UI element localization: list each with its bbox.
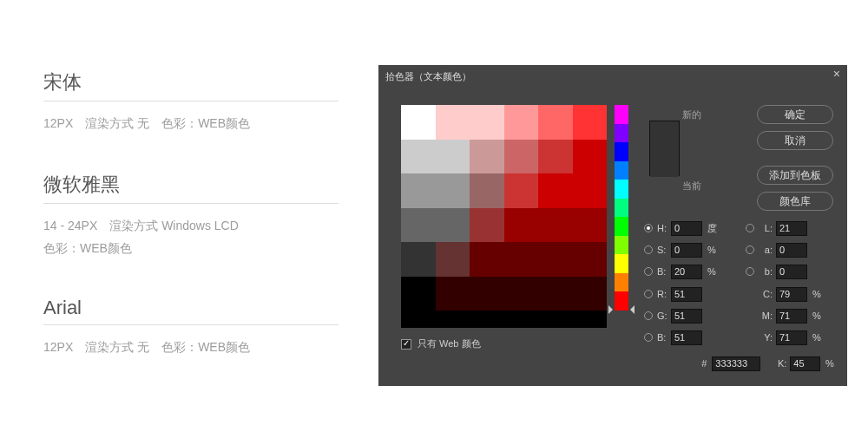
- swatch-cell[interactable]: [504, 105, 539, 140]
- swatch-cell[interactable]: [573, 173, 608, 208]
- font-desc: 12PX 渲染方式 无 色彩：WEB颜色: [43, 112, 339, 135]
- hue-segment[interactable]: [615, 236, 628, 255]
- input-b-lab[interactable]: 0: [776, 265, 807, 279]
- hue-slider[interactable]: [615, 105, 628, 311]
- hue-segment[interactable]: [615, 161, 628, 180]
- label-s: S:: [657, 245, 671, 255]
- swatch-cell[interactable]: [436, 140, 470, 174]
- unit-h: 度: [707, 222, 725, 235]
- hue-segment[interactable]: [615, 217, 628, 236]
- unit-c: %: [812, 289, 830, 299]
- input-k[interactable]: 45: [790, 356, 820, 371]
- web-colors-only-checkbox[interactable]: 只有 Web 颜色: [401, 337, 481, 350]
- unit-k: %: [825, 358, 842, 369]
- input-hex[interactable]: 333333: [712, 356, 760, 371]
- color-field[interactable]: [401, 105, 607, 311]
- swatch-cell[interactable]: [504, 173, 539, 208]
- checkbox-icon[interactable]: [401, 339, 411, 350]
- current-color-label: 当前: [682, 180, 701, 193]
- swatch-cell[interactable]: [538, 140, 573, 174]
- label-hex: #: [644, 358, 712, 369]
- swatch-cell[interactable]: [401, 242, 436, 277]
- hue-segment[interactable]: [615, 142, 628, 161]
- swatch-cell[interactable]: [573, 277, 608, 311]
- cancel-button[interactable]: 取消: [757, 131, 833, 150]
- hue-segment[interactable]: [615, 105, 628, 124]
- swatch-cell[interactable]: [573, 140, 608, 174]
- label-c: C:: [759, 289, 773, 299]
- swatch-cell[interactable]: [470, 242, 504, 277]
- swatch-cell[interactable]: [504, 277, 539, 311]
- swatch-cell[interactable]: [401, 277, 436, 311]
- swatch-cell[interactable]: [401, 173, 436, 208]
- swatch-cell[interactable]: [436, 173, 470, 208]
- radio-l[interactable]: [746, 224, 754, 232]
- color-field-bottom-strip[interactable]: [401, 311, 607, 328]
- unit-b-hsb: %: [707, 266, 725, 277]
- input-a[interactable]: 0: [776, 243, 807, 258]
- dialog-title: 拾色器（文本颜色）: [385, 70, 471, 83]
- color-library-button[interactable]: 颜色库: [757, 192, 833, 211]
- label-a: a:: [759, 245, 773, 255]
- hue-segment[interactable]: [615, 124, 628, 143]
- radio-g[interactable]: [644, 311, 653, 320]
- swatch-cell[interactable]: [538, 277, 573, 311]
- radio-b-lab[interactable]: [746, 267, 754, 276]
- hue-segment[interactable]: [615, 291, 628, 311]
- swatch-cell[interactable]: [470, 173, 504, 208]
- input-s[interactable]: 0: [671, 243, 702, 258]
- swatch-cell[interactable]: [436, 208, 470, 243]
- radio-r[interactable]: [644, 290, 653, 298]
- input-r[interactable]: 51: [671, 287, 702, 302]
- swatch-cell[interactable]: [470, 105, 504, 140]
- font-desc: 12PX 渲染方式 无 色彩：WEB颜色: [43, 336, 339, 359]
- add-to-swatches-button[interactable]: 添加到色板: [757, 166, 833, 185]
- swatch-cell[interactable]: [504, 242, 539, 277]
- input-y[interactable]: 71: [776, 330, 807, 345]
- swatch-cell[interactable]: [401, 208, 436, 243]
- swatch-cell[interactable]: [573, 105, 608, 140]
- swatch-cell[interactable]: [538, 105, 573, 140]
- swatch-cell[interactable]: [436, 277, 470, 311]
- input-b-hsb[interactable]: 20: [671, 265, 702, 279]
- close-icon[interactable]: ×: [833, 67, 840, 81]
- input-g[interactable]: 51: [671, 309, 702, 324]
- swatch-cell[interactable]: [401, 140, 436, 174]
- swatch-cell[interactable]: [504, 208, 539, 243]
- font-title: 微软雅黑: [43, 172, 339, 204]
- swatch-cell[interactable]: [573, 208, 608, 243]
- swatch-cell[interactable]: [436, 242, 470, 277]
- swatch-cell[interactable]: [573, 242, 608, 277]
- hue-segment[interactable]: [615, 254, 628, 273]
- radio-h[interactable]: [644, 224, 653, 232]
- swatch-cell[interactable]: [538, 173, 573, 208]
- input-h[interactable]: 0: [671, 221, 702, 236]
- label-y: Y:: [759, 332, 773, 343]
- label-b-lab: b:: [759, 266, 773, 277]
- swatch-cell[interactable]: [436, 105, 470, 140]
- hue-segment[interactable]: [615, 180, 628, 199]
- input-c[interactable]: 79: [776, 287, 807, 302]
- swatch-cell[interactable]: [538, 208, 573, 243]
- radio-a[interactable]: [746, 245, 754, 254]
- radio-b-hsb[interactable]: [644, 267, 653, 276]
- ok-button[interactable]: 确定: [757, 105, 833, 124]
- label-r: R:: [657, 289, 671, 299]
- swatch-cell[interactable]: [538, 242, 573, 277]
- label-g: G:: [657, 311, 671, 321]
- swatch-cell[interactable]: [470, 208, 504, 243]
- hue-pointer-icon: [630, 305, 635, 314]
- input-m[interactable]: 71: [776, 309, 807, 324]
- hue-segment[interactable]: [615, 273, 628, 292]
- radio-b-rgb[interactable]: [644, 333, 653, 342]
- radio-s[interactable]: [644, 245, 653, 254]
- hue-segment[interactable]: [615, 199, 628, 218]
- input-b-rgb[interactable]: 51: [671, 330, 702, 345]
- swatch-cell[interactable]: [470, 140, 504, 174]
- swatch-cell[interactable]: [470, 277, 504, 311]
- web-colors-only-label: 只有 Web 颜色: [418, 337, 481, 350]
- font-block-songti: 宋体 12PX 渲染方式 无 色彩：WEB颜色: [43, 69, 339, 135]
- swatch-cell[interactable]: [504, 140, 539, 174]
- input-l[interactable]: 21: [776, 221, 807, 236]
- swatch-cell[interactable]: [401, 105, 436, 140]
